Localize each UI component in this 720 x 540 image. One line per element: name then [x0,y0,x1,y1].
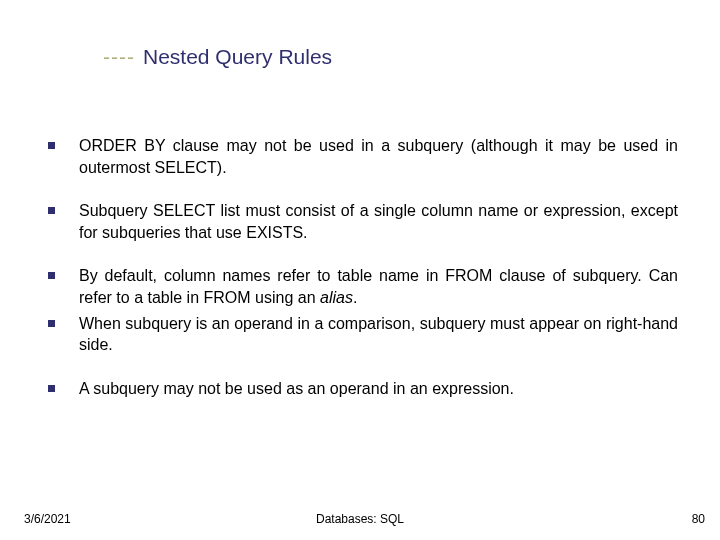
list-item: A subquery may not be used as an operand… [48,378,678,400]
slide-footer: 3/6/2021 Databases: SQL 80 [0,506,720,526]
bullet-icon [48,142,55,149]
title-dashes: ---- [103,45,135,69]
list-item: ORDER BY clause may not be used in a sub… [48,135,678,178]
bullet-text: A subquery may not be used as an operand… [79,378,678,400]
bullet-text: By default, column names refer to table … [79,265,678,308]
bullet-text-em: alias [320,289,353,306]
list-item: When subquery is an operand in a compari… [48,313,678,356]
bullet-icon [48,320,55,327]
bullet-text-post: . [353,289,357,306]
bullet-icon [48,272,55,279]
bullet-icon [48,385,55,392]
title-text: Nested Query Rules [143,45,332,69]
bullet-text: ORDER BY clause may not be used in a sub… [79,135,678,178]
list-item: By default, column names refer to table … [48,265,678,308]
bullet-text: Subquery SELECT list must consist of a s… [79,200,678,243]
list-item: Subquery SELECT list must consist of a s… [48,200,678,243]
footer-center: Databases: SQL [0,512,720,526]
bullet-icon [48,207,55,214]
bullet-text-pre: By default, column names refer to table … [79,267,678,306]
footer-page-number: 80 [692,512,705,526]
slide-body: ORDER BY clause may not be used in a sub… [48,135,678,421]
slide-title: ---- Nested Query Rules [103,45,332,69]
slide: ---- Nested Query Rules ORDER BY clause … [0,0,720,540]
bullet-text: When subquery is an operand in a compari… [79,313,678,356]
